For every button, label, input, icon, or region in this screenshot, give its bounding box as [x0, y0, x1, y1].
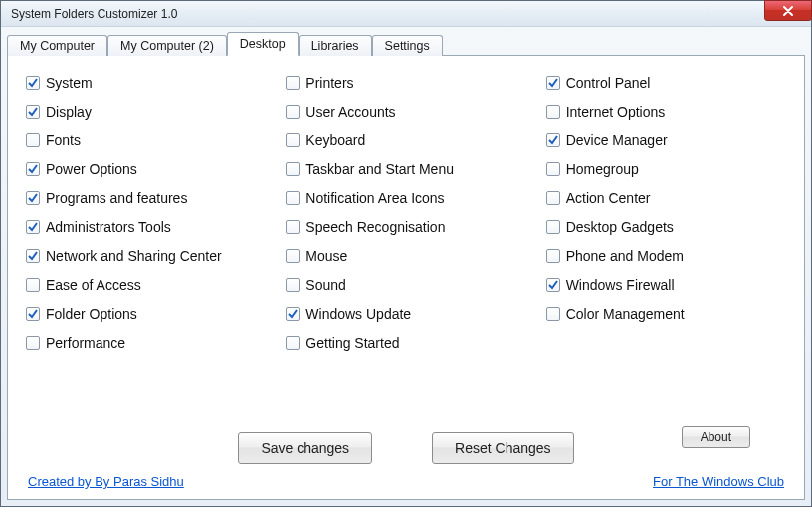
- checkbox-notification-area-icons[interactable]: [286, 191, 300, 205]
- checkbox-folder-options[interactable]: [26, 307, 40, 321]
- column-1: SystemDisplayFontsPower OptionsPrograms …: [26, 74, 266, 416]
- checkbox-desktop-gadgets[interactable]: [546, 220, 560, 234]
- option-windows-firewall[interactable]: Windows Firewall: [546, 276, 786, 294]
- option-network-and-sharing-center[interactable]: Network and Sharing Center: [26, 247, 266, 265]
- tab-my-computer[interactable]: My Computer: [7, 35, 107, 56]
- option-windows-update[interactable]: Windows Update: [286, 305, 525, 323]
- option-homegroup[interactable]: Homegroup: [546, 160, 786, 178]
- tab-my-computer-2[interactable]: My Computer (2): [107, 35, 227, 56]
- option-label: Network and Sharing Center: [46, 247, 222, 265]
- tab-settings[interactable]: Settings: [372, 35, 443, 56]
- option-label: Ease of Access: [46, 276, 141, 294]
- checkbox-programs-and-features[interactable]: [26, 191, 40, 205]
- option-label: Windows Update: [305, 305, 411, 323]
- option-label: Administrators Tools: [46, 218, 171, 236]
- checkbox-homegroup[interactable]: [546, 162, 560, 176]
- option-folder-options[interactable]: Folder Options: [26, 305, 266, 323]
- tab-libraries[interactable]: Libraries: [299, 35, 372, 56]
- checkbox-system[interactable]: [26, 76, 40, 90]
- option-programs-and-features[interactable]: Programs and features: [26, 189, 266, 207]
- checkbox-display[interactable]: [26, 105, 40, 119]
- option-label: Performance: [46, 334, 125, 352]
- checkbox-speech-recognisation[interactable]: [286, 220, 300, 234]
- checkbox-getting-started[interactable]: [286, 336, 300, 350]
- checkbox-administrators-tools[interactable]: [26, 220, 40, 234]
- option-performance[interactable]: Performance: [26, 334, 266, 352]
- option-label: Notification Area Icons: [305, 189, 444, 207]
- option-label: Desktop Gadgets: [566, 218, 674, 236]
- checkbox-color-management[interactable]: [546, 307, 560, 321]
- option-label: Keyboard: [305, 131, 365, 149]
- option-sound[interactable]: Sound: [286, 276, 525, 294]
- option-label: Homegroup: [566, 160, 639, 178]
- window-title: System Folders Customizer 1.0: [11, 7, 805, 21]
- option-printers[interactable]: Printers: [286, 74, 525, 92]
- option-user-accounts[interactable]: User Accounts: [286, 103, 525, 121]
- client-area: My ComputerMy Computer (2)DesktopLibrari…: [1, 27, 811, 506]
- checkbox-fonts[interactable]: [26, 133, 40, 147]
- option-system[interactable]: System: [26, 74, 266, 92]
- option-administrators-tools[interactable]: Administrators Tools: [26, 218, 266, 236]
- option-label: Taskbar and Start Menu: [305, 160, 454, 178]
- option-label: Folder Options: [46, 305, 137, 323]
- reset-button[interactable]: Reset Changes: [432, 432, 574, 464]
- checkbox-control-panel[interactable]: [546, 76, 560, 90]
- checkbox-mouse[interactable]: [286, 249, 300, 263]
- author-link[interactable]: Created by By Paras Sidhu: [28, 474, 184, 489]
- option-mouse[interactable]: Mouse: [286, 247, 525, 265]
- option-internet-options[interactable]: Internet Options: [546, 103, 786, 121]
- option-action-center[interactable]: Action Center: [546, 189, 786, 207]
- option-getting-started[interactable]: Getting Started: [286, 334, 525, 352]
- option-display[interactable]: Display: [26, 103, 266, 121]
- checkbox-taskbar-and-start-menu[interactable]: [286, 162, 300, 176]
- option-label: Mouse: [305, 247, 347, 265]
- option-keyboard[interactable]: Keyboard: [286, 131, 525, 149]
- option-label: Fonts: [46, 131, 81, 149]
- option-label: User Accounts: [305, 103, 395, 121]
- checkbox-printers[interactable]: [286, 76, 300, 90]
- checkbox-phone-and-modem[interactable]: [546, 249, 560, 263]
- checkbox-sound[interactable]: [286, 278, 300, 292]
- option-ease-of-access[interactable]: Ease of Access: [26, 276, 266, 294]
- option-desktop-gadgets[interactable]: Desktop Gadgets: [546, 218, 786, 236]
- checkbox-keyboard[interactable]: [286, 133, 300, 147]
- option-notification-area-icons[interactable]: Notification Area Icons: [286, 189, 525, 207]
- checkbox-performance[interactable]: [26, 336, 40, 350]
- footer-links: Created by By Paras Sidhu For The Window…: [26, 472, 786, 489]
- checkbox-network-and-sharing-center[interactable]: [26, 249, 40, 263]
- option-label: Action Center: [566, 189, 651, 207]
- tab-desktop[interactable]: Desktop: [227, 32, 299, 56]
- checkbox-ease-of-access[interactable]: [26, 278, 40, 292]
- option-power-options[interactable]: Power Options: [26, 160, 266, 178]
- option-label: Phone and Modem: [566, 247, 684, 265]
- checkbox-windows-update[interactable]: [286, 307, 300, 321]
- option-label: Color Management: [566, 305, 685, 323]
- save-button[interactable]: Save changes: [238, 432, 372, 464]
- close-button[interactable]: [764, 0, 812, 21]
- checkbox-user-accounts[interactable]: [286, 105, 300, 119]
- checkbox-power-options[interactable]: [26, 162, 40, 176]
- option-color-management[interactable]: Color Management: [546, 305, 786, 323]
- option-label: Display: [46, 103, 92, 121]
- checkbox-device-manager[interactable]: [546, 133, 560, 147]
- site-link[interactable]: For The Windows Club: [653, 474, 784, 489]
- option-speech-recognisation[interactable]: Speech Recognisation: [286, 218, 525, 236]
- option-label: System: [46, 74, 93, 92]
- column-2: PrintersUser AccountsKeyboardTaskbar and…: [286, 74, 525, 416]
- checkbox-windows-firewall[interactable]: [546, 278, 560, 292]
- option-label: Printers: [305, 74, 353, 92]
- option-control-panel[interactable]: Control Panel: [546, 74, 786, 92]
- option-label: Sound: [305, 276, 345, 294]
- option-fonts[interactable]: Fonts: [26, 131, 266, 149]
- option-device-manager[interactable]: Device Manager: [546, 131, 786, 149]
- checkbox-internet-options[interactable]: [546, 105, 560, 119]
- option-label: Internet Options: [566, 103, 666, 121]
- about-button[interactable]: About: [682, 426, 750, 448]
- option-taskbar-and-start-menu[interactable]: Taskbar and Start Menu: [286, 160, 525, 178]
- option-phone-and-modem[interactable]: Phone and Modem: [546, 247, 786, 265]
- checkbox-action-center[interactable]: [546, 191, 560, 205]
- option-label: Getting Started: [305, 334, 399, 352]
- titlebar[interactable]: System Folders Customizer 1.0: [1, 1, 811, 27]
- options-columns: SystemDisplayFontsPower OptionsPrograms …: [26, 74, 786, 416]
- tab-panel-desktop: SystemDisplayFontsPower OptionsPrograms …: [7, 55, 805, 500]
